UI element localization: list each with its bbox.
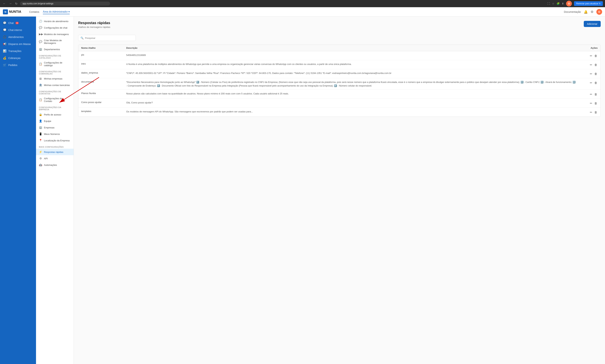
- sidebar-label-chat: Chat: [8, 22, 14, 25]
- modelos-icon: ▶▶: [39, 33, 42, 36]
- sidebar-label-chat-interno: Chat interno: [8, 29, 22, 31]
- documentation-link[interactable]: Documentação: [564, 11, 581, 13]
- section-mais-config: Mais Configurações: [36, 144, 74, 149]
- perfis-icon: 🔒: [39, 113, 42, 116]
- delete-button-pix[interactable]: 🗑: [594, 54, 598, 58]
- automacoes-icon: 🤖: [39, 163, 42, 167]
- menu-equipe[interactable]: 👤 Equipe: [36, 118, 74, 124]
- logo: N NUNTIA: [3, 9, 21, 14]
- menu-meus-numeros[interactable]: 📱 Meus Números: [36, 131, 74, 137]
- menu-horario[interactable]: 🕐 Horário de atendimento: [36, 18, 74, 25]
- contas-bancarias-icon: 🏦: [39, 83, 42, 87]
- edit-button-ajudar[interactable]: ✏: [590, 101, 592, 105]
- pedidos-icon: 🛒: [3, 63, 6, 67]
- bell-icon[interactable]: 🔔: [584, 10, 588, 14]
- menu-automacoes[interactable]: 🤖 Automações: [36, 162, 74, 168]
- delete-button-templates[interactable]: 🗑: [594, 110, 598, 114]
- user-avatar[interactable]: O: [566, 1, 572, 6]
- menu-config-catalogo[interactable]: 📋 Configurações de catálogo: [36, 60, 74, 68]
- edit-button-intro[interactable]: ✏: [590, 63, 592, 67]
- left-sidebar: 💬 Chat 4 💭 Chat interno 🎧 Atendimentos 📢…: [0, 16, 36, 364]
- row-name-pix: pix: [81, 53, 126, 56]
- menu-respostas-label: Respostas rápidas: [44, 151, 63, 153]
- table-row: dados_empresa *CNPJ*: 45.309.563/0001-02…: [78, 69, 601, 78]
- search-input[interactable]: [85, 37, 133, 39]
- config-contato-icon: 📋: [39, 98, 42, 102]
- menu-perfis-label: Perfis de acesso: [44, 113, 61, 116]
- menu-config-catalogo-label: Configurações de catálogo: [44, 61, 71, 67]
- cast-icon: ⛶: [547, 2, 550, 5]
- browser-bar: ← → ↻ app.nuntia.com.br/geral-settings ⛶…: [0, 0, 605, 7]
- delete-button-dados[interactable]: 🗑: [594, 72, 598, 76]
- config-chat-icon: 💬: [39, 26, 42, 29]
- menu-api[interactable]: ⚙ API: [36, 155, 74, 162]
- menu-modelos[interactable]: ▶▶ Modelos de mensagens: [36, 31, 74, 38]
- logo-icon: N: [3, 9, 8, 14]
- user-avatar-top[interactable]: O: [596, 9, 602, 15]
- row-actions-templates: ✏ 🗑: [580, 110, 598, 114]
- page-header: Respostas rápidas Atalhos de mensagens r…: [78, 21, 110, 32]
- app-container: N NUNTIA Contatos Área do Administrador …: [0, 7, 605, 364]
- url-bar[interactable]: app.nuntia.com.br/geral-settings: [20, 2, 110, 6]
- delete-button-intro[interactable]: 🗑: [594, 63, 598, 67]
- table-row: pix 545648512316689 ✏ 🗑: [78, 51, 601, 60]
- menu-perfis[interactable]: 🔒 Perfis de acesso: [36, 111, 74, 118]
- menu-modelos-label: Modelos de mensagens: [44, 33, 69, 36]
- delete-button-documentos[interactable]: 🗑: [594, 81, 598, 85]
- menu-respostas-rapidas[interactable]: ⚡ Respostas rápidas: [36, 149, 74, 155]
- edit-button-documentos[interactable]: ✏: [590, 81, 592, 85]
- refresh-button[interactable]: ↻: [14, 1, 18, 6]
- col-acoes: Ações: [580, 47, 598, 49]
- nav-contatos[interactable]: Contatos: [29, 10, 39, 14]
- col-nome-atalho: Nome Atalho: [81, 47, 126, 49]
- edit-button-dados[interactable]: ✏: [590, 72, 592, 76]
- menu-departamentos[interactable]: 🏢 Departamentos: [36, 46, 74, 52]
- menu-minhas-empresas[interactable]: 🏛 Minhas empresas: [36, 76, 74, 82]
- content-area: Respostas rápidas Atalhos de mensagens r…: [74, 16, 605, 364]
- sidebar-label-transacoes: Transações: [8, 50, 21, 52]
- menu-empresas[interactable]: 🏢 Empresas: [36, 124, 74, 131]
- row-name-dados: dados_empresa: [81, 71, 126, 74]
- horario-icon: 🕐: [39, 20, 42, 23]
- menu-contas-bancarias[interactable]: 🏦 Minhas contas bancárias: [36, 82, 74, 88]
- edit-button-templates[interactable]: ✏: [590, 110, 592, 114]
- reiniciar-button[interactable]: Reiniciar para atualizar ↻: [574, 1, 603, 6]
- menu-equipe-label: Equipe: [44, 120, 51, 122]
- criar-modelos-icon: 💬: [39, 40, 42, 43]
- row-actions-ajudar: ✏ 🗑: [580, 101, 598, 105]
- row-actions-planos: ✏ 🗑: [580, 92, 598, 96]
- top-nav: N NUNTIA Contatos Área do Administrador …: [0, 7, 605, 16]
- menu-departamentos-label: Departamentos: [44, 48, 60, 51]
- data-table: Nome Atalho Descrição Ações pix 54564851…: [78, 45, 601, 117]
- section-cobrancas: Configurações de Cobranças: [36, 68, 74, 76]
- sidebar-item-transacoes[interactable]: 📊 Transações: [0, 48, 36, 54]
- sidebar-item-chat-interno[interactable]: 💭 Chat interno: [0, 26, 36, 33]
- sidebar-item-disparos[interactable]: 📢 Disparos em Massa: [0, 40, 36, 48]
- add-button[interactable]: Adicionar: [584, 21, 601, 27]
- api-icon: ⚙: [39, 157, 42, 160]
- menu-criar-modelos[interactable]: 💬 Criar Modelos de Mensagens: [36, 38, 74, 46]
- table-row: intro A Nuntia é uma plataforma de múlti…: [78, 60, 601, 69]
- settings-icon[interactable]: ⚙: [591, 10, 593, 14]
- delete-button-planos[interactable]: 🗑: [594, 92, 598, 96]
- edit-button-pix[interactable]: ✏: [590, 54, 592, 58]
- sidebar-item-chat[interactable]: 💬 Chat 4: [0, 19, 36, 26]
- menu-config-contato[interactable]: 📋 Configurações de Contato: [36, 95, 74, 104]
- sidebar-item-cobrancas[interactable]: 💰 Cobranças: [0, 54, 36, 62]
- sidebar-item-atendimentos[interactable]: 🎧 Atendimentos: [0, 33, 36, 40]
- edit-button-planos[interactable]: ✏: [590, 92, 592, 96]
- config-catalogo-icon: 📋: [39, 62, 42, 66]
- table-row: Como posso ajudar Olá, Como posso ajudar…: [78, 99, 601, 108]
- nav-area-administrador[interactable]: Área do Administrador ▾: [43, 10, 70, 14]
- delete-button-ajudar[interactable]: 🗑: [594, 101, 598, 105]
- back-button[interactable]: ←: [2, 1, 6, 6]
- forward-button[interactable]: →: [8, 1, 13, 6]
- chat-icon: 💬: [3, 21, 6, 25]
- menu-config-chat[interactable]: 💬 Configurações de chat: [36, 25, 74, 31]
- sidebar-label-cobrancas: Cobranças: [8, 57, 21, 60]
- menu-meus-numeros-label: Meus Números: [44, 133, 60, 135]
- minhas-empresas-icon: 🏛: [39, 77, 42, 80]
- menu-localizacao[interactable]: 📍 Localização da Empresa: [36, 137, 74, 144]
- top-nav-right: Documentação 🔔 ⚙ O: [564, 9, 602, 15]
- sidebar-item-pedidos[interactable]: 🛒 Pedidos: [0, 62, 36, 68]
